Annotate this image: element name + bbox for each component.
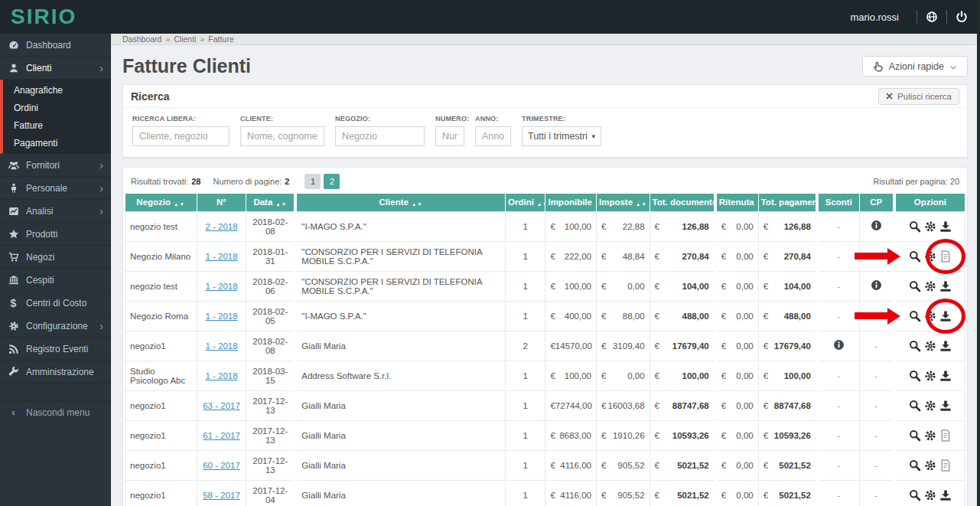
ricerca-libera-input[interactable]: [132, 126, 230, 146]
sidebar-item-personale[interactable]: Personale›: [0, 177, 111, 200]
search-icon[interactable]: [909, 220, 921, 233]
document-icon[interactable]: [939, 429, 952, 442]
search-icon[interactable]: [909, 310, 921, 322]
globe-icon[interactable]: [926, 11, 938, 23]
quick-actions-button[interactable]: Azioni rapide: [862, 56, 968, 77]
sidebar-item-configurazione[interactable]: Configurazione›: [0, 315, 111, 338]
column-header-numero[interactable]: N°: [197, 194, 246, 211]
column-header-imponibile[interactable]: Imponibile▲▼: [545, 194, 597, 211]
invoice-number-link[interactable]: 1 - 2018: [205, 371, 237, 380]
sidebar-item-prodotti[interactable]: Prodotti: [0, 223, 111, 246]
download-icon[interactable]: [939, 340, 952, 352]
invoice-number-link[interactable]: 1 - 2018: [205, 282, 237, 291]
gear-icon[interactable]: [924, 400, 936, 412]
download-icon[interactable]: [939, 220, 952, 233]
anno-input[interactable]: [475, 126, 511, 146]
sidebar-item-fornitori[interactable]: Fornitori›: [0, 154, 111, 177]
search-field-negozio: NEGOZIO:: [335, 115, 425, 146]
cell-tot_documento: €126,88: [650, 211, 715, 241]
search-icon[interactable]: [909, 459, 921, 472]
column-header-cp[interactable]: CP: [859, 194, 894, 211]
column-header-data[interactable]: Data▲▼: [246, 194, 296, 211]
sort-arrows-icon[interactable]: ▲▼: [537, 201, 545, 207]
download-icon[interactable]: [939, 280, 952, 292]
sidebar-item-dashboard[interactable]: Dashboard: [0, 34, 111, 57]
search-icon[interactable]: [909, 250, 921, 263]
invoice-number-link[interactable]: 2 - 2018: [205, 222, 237, 231]
sidebar-subitem-pagamenti[interactable]: Pagamenti: [3, 134, 111, 152]
cliente-input[interactable]: [240, 126, 324, 146]
clear-search-button[interactable]: Pulisci ricerca: [878, 88, 959, 105]
gear-icon[interactable]: [924, 370, 936, 382]
euro-symbol: €: [763, 431, 768, 440]
column-header-cliente[interactable]: Cliente▲▼: [295, 194, 505, 211]
search-icon[interactable]: [909, 400, 921, 412]
breadcrumb-item-clienti[interactable]: Clienti: [174, 34, 196, 44]
sort-arrows-icon[interactable]: ▲▼: [174, 201, 185, 207]
negozio-input[interactable]: [335, 126, 425, 146]
invoice-number-link[interactable]: 61 - 2017: [203, 431, 240, 440]
gear-icon[interactable]: [924, 310, 936, 322]
search-icon[interactable]: [909, 429, 921, 442]
download-icon[interactable]: [939, 400, 952, 412]
document-icon[interactable]: [939, 250, 952, 263]
gear-icon[interactable]: [924, 489, 936, 501]
sidebar-item-cespiti[interactable]: Cespiti: [0, 269, 111, 292]
download-icon[interactable]: [939, 310, 952, 322]
sort-arrows-icon[interactable]: ▲▼: [275, 201, 287, 207]
search-icon[interactable]: [909, 340, 921, 352]
column-header-negozio[interactable]: Negozio▲▼: [125, 194, 197, 211]
column-header-imposte[interactable]: Imposte▲▼: [596, 194, 650, 211]
document-icon[interactable]: [939, 459, 952, 472]
column-header-tot_pagamento[interactable]: Tot. pagamento▲▼: [758, 194, 817, 211]
sidebar-item-registro-eventi[interactable]: Registro Eventi: [0, 338, 111, 361]
sort-arrows-icon[interactable]: ▲▼: [412, 201, 423, 207]
invoice-number-link[interactable]: 1 - 2018: [205, 312, 237, 321]
sort-arrows-icon[interactable]: ▲▼: [636, 201, 647, 207]
chevron-left-icon: ‹: [8, 406, 19, 418]
pagination-page-1[interactable]: 1: [304, 174, 321, 189]
amount-value: 0,00: [736, 491, 753, 500]
sidebar-item-hide-menu[interactable]: ‹ Nascondi menu: [0, 400, 111, 423]
power-icon[interactable]: [956, 11, 968, 23]
gear-icon[interactable]: [924, 220, 936, 233]
column-header-opzioni[interactable]: Opzioni: [894, 194, 965, 211]
sidebar-item-clienti[interactable]: Clienti›: [0, 57, 111, 80]
trimestre-select[interactable]: Tutti i trimestri▾: [522, 126, 601, 146]
invoice-number-link[interactable]: 63 - 2017: [203, 401, 240, 410]
sidebar-subitem-fatture[interactable]: Fatture: [3, 116, 111, 134]
search-icon[interactable]: [909, 489, 921, 501]
column-header-sconti[interactable]: Sconti: [817, 194, 859, 211]
sidebar-subitem-anagrafiche[interactable]: Anagrafiche: [3, 81, 111, 99]
download-icon[interactable]: [939, 370, 952, 382]
sidebar-subitem-ordini[interactable]: Ordini: [3, 99, 111, 116]
gear-icon[interactable]: [924, 429, 936, 442]
download-icon[interactable]: [939, 489, 952, 501]
breadcrumb-item-fatture[interactable]: Fatture: [208, 34, 233, 44]
gear-icon[interactable]: [924, 280, 936, 292]
search-icon[interactable]: [909, 370, 921, 382]
column-header-ordini[interactable]: Ordini▲▼: [506, 194, 545, 211]
invoice-number-link[interactable]: 1 - 2018: [205, 252, 237, 261]
info-icon[interactable]: [871, 220, 882, 231]
numero-input[interactable]: [435, 126, 464, 146]
gear-icon[interactable]: [924, 459, 936, 472]
sidebar-item-analisi[interactable]: Analisi›: [0, 200, 111, 223]
invoice-number-link[interactable]: 1 - 2018: [205, 341, 237, 351]
breadcrumb-item-dashboard[interactable]: Dashboard: [122, 34, 161, 44]
sidebar-item-amministrazione[interactable]: Amministrazione: [0, 361, 111, 384]
column-header-ritenuta[interactable]: Ritenuta▲▼: [715, 194, 758, 211]
sidebar-item-negozi[interactable]: Negozi: [0, 246, 111, 269]
sidebar-item-centri-di-costo[interactable]: $Centri di Costo: [0, 292, 111, 315]
username[interactable]: mario.rossi: [850, 11, 899, 23]
info-icon[interactable]: [833, 339, 845, 351]
pagination-page-2[interactable]: 2: [324, 174, 340, 189]
invoice-number-link[interactable]: 58 - 2017: [203, 491, 240, 500]
sidebar-submenu: AnagraficheOrdiniFatturePagamenti: [0, 80, 111, 154]
invoice-number-link[interactable]: 60 - 2017: [203, 461, 240, 470]
search-icon[interactable]: [909, 280, 921, 292]
gear-icon[interactable]: [924, 340, 936, 352]
info-icon[interactable]: [871, 279, 882, 291]
gear-icon[interactable]: [924, 250, 936, 263]
column-header-tot_documento[interactable]: Tot. documento▲▼: [650, 194, 715, 211]
